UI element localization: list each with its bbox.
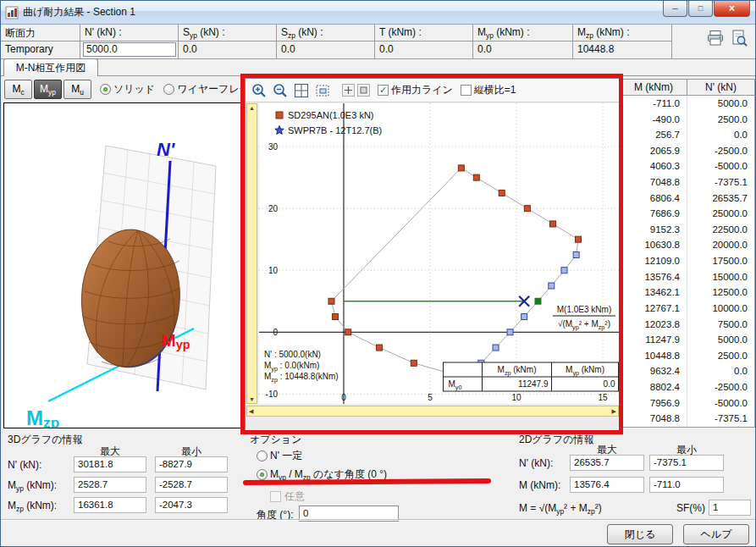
chart-horizontal-scrollbar[interactable]: ◀ ▶: [246, 406, 619, 417]
radio-n-constant-circle: [257, 450, 268, 461]
header-szp: Szp (kN) :: [277, 25, 375, 41]
scroll-up-icon[interactable]: ▲: [249, 105, 255, 111]
zoom-in-button[interactable]: [250, 81, 268, 100]
chart-toolbar: ✓ 作用力ライン 縦横比=1: [246, 79, 619, 102]
radio-solid[interactable]: ソリッド: [100, 82, 155, 97]
2d-info-m-min: -711.0: [649, 477, 724, 493]
series-markers-1: [462, 251, 579, 380]
3d-info-n-min: -8827.9: [155, 456, 228, 472]
n-force-input[interactable]: 5000.0: [83, 42, 176, 57]
maximize-button[interactable]: □: [688, 1, 713, 17]
radio-myp-mzp-angle-circle: [257, 469, 268, 480]
3d-info-myp-label: Myp (kNm):: [8, 479, 57, 491]
interaction-plot[interactable]: -100102030051015SD295AN(1.0E3 kN)SWPR7B …: [259, 103, 619, 404]
table-row: 13576.415000.0: [621, 269, 754, 285]
sf-label: SF(%): [676, 502, 705, 514]
table-cell: 256.7: [621, 127, 687, 143]
print-button[interactable]: [706, 29, 725, 47]
y-tick-label: 10: [268, 266, 279, 275]
close-dialog-button[interactable]: 閉じる: [607, 524, 673, 544]
chart-vertical-scrollbar[interactable]: ▲ ▼: [246, 103, 257, 404]
n-force-cell: 5000.0: [80, 41, 179, 59]
table-cell: -2500.0: [687, 143, 754, 159]
checkbox-arbitrary-label: 任意: [284, 489, 305, 504]
y-tick-label: 0: [273, 328, 278, 337]
chart-info-line: N' : 5000.0(kN): [264, 350, 321, 359]
3d-graph-view[interactable]: N' Myp Mzp: [3, 102, 242, 428]
tab-pane-edge: [1, 75, 755, 76]
table-cell: 12109.0: [621, 253, 687, 269]
table-cell: 15000.0: [687, 269, 754, 285]
mu-button[interactable]: Mu: [63, 80, 91, 99]
table-cell: 12500.0: [687, 285, 754, 301]
mc-button[interactable]: Mc: [4, 80, 32, 99]
formula-m: M = √(Myp² + Mzp²): [519, 502, 602, 514]
table-cell: 11247.9: [621, 332, 687, 348]
2d-info-m-max: 13576.4: [570, 477, 644, 493]
table-cell: 10630.8: [621, 237, 687, 253]
close-button[interactable]: ×: [714, 1, 750, 17]
n-axis-label: N': [157, 139, 175, 160]
2d-info-n-max: 26535.7: [570, 455, 644, 471]
table-cell: 7048.8: [621, 174, 687, 191]
help-button[interactable]: ヘルプ: [683, 524, 749, 544]
header-t: T (kNm) :: [375, 25, 473, 41]
table-row: 7048.8-7375.1: [621, 174, 754, 191]
fit-view-button[interactable]: [292, 81, 311, 100]
radio-n-constant[interactable]: N' 一定: [257, 449, 302, 463]
title-bar[interactable]: 曲げ耐力結果 - Section 1 ─ □ ×: [1, 1, 755, 25]
tab-mn-interaction[interactable]: M-N相互作用図: [3, 58, 98, 76]
y-tick-label: 30: [268, 142, 279, 152]
table-row: 6806.426535.7: [621, 191, 754, 207]
table-cell: 22500.0: [687, 222, 754, 238]
scroll-right-icon[interactable]: ▶: [612, 408, 616, 415]
load-case-label[interactable]: Temporary: [1, 41, 80, 59]
3d-info-myp-min: -2528.7: [155, 477, 228, 493]
pan-tool-button[interactable]: [342, 84, 355, 97]
table-row: 4060.3-5000.0: [621, 158, 754, 174]
szp-value: 0.0: [277, 41, 375, 59]
force-table-value-row: Temporary 5000.0 0.0 0.0 0.0 0.0 10448.8: [1, 41, 755, 58]
minimize-button[interactable]: ─: [663, 1, 687, 17]
chart-info-line: Myp : 0.0(kNm): [264, 361, 319, 373]
table-row: 10448.82500.0: [621, 348, 754, 364]
scroll-left-icon[interactable]: ◀: [249, 408, 253, 415]
2d-info-m-label: M (kNm):: [519, 479, 560, 491]
check-icon: ✓: [379, 86, 387, 95]
results-header-m: M (kNm): [621, 80, 687, 95]
checkbox-aspect-ratio[interactable]: 縦横比=1: [461, 83, 516, 97]
zoom-out-button[interactable]: [271, 81, 290, 100]
header-n: N' (kN) :: [80, 25, 179, 41]
checkbox-arbitrary[interactable]: 任意: [270, 489, 305, 504]
zoom-region-button[interactable]: [313, 81, 332, 100]
interaction-chart-svg[interactable]: -100102030051015SD295AN(1.0E3 kN)SWPR7B …: [259, 103, 619, 404]
x-axis-label: M(1.0E3 kNm)√(Myp² + Mzp²): [553, 305, 615, 331]
table-row: 256.70.0: [621, 127, 754, 143]
maximize-icon: □: [698, 4, 703, 13]
table-row: 9152.322500.0: [621, 222, 754, 238]
chart-info-line: Mzp : 10448.8(kNm): [264, 372, 339, 384]
checkbox-action-line[interactable]: ✓ 作用力ライン: [378, 83, 453, 97]
table-cell: 12767.1: [621, 301, 687, 317]
y-tick-label: -10: [266, 390, 279, 399]
table-row: 7686.925000.0: [621, 206, 754, 222]
app-icon-bar: [11, 10, 14, 17]
minimize-icon: ─: [672, 4, 677, 13]
table-row: 8802.4-2500.0: [621, 379, 754, 395]
results-table: M (kNm) N' (kN) -711.05000.0-490.02500.0…: [620, 79, 755, 428]
myp-button[interactable]: Myp: [34, 80, 62, 99]
table-row: 12023.87500.0: [621, 317, 754, 333]
mzp-axis-label: Mzp: [26, 406, 59, 428]
x-tick-label: 5: [428, 393, 433, 402]
2d-info-n-label: N' (kN):: [519, 457, 553, 469]
radio-myp-mzp-angle-label: Myp / Mzp のなす角度 (0 °): [270, 467, 387, 482]
header-myp: Myp (kNm) :: [473, 25, 573, 41]
table-row: 11247.95000.0: [621, 332, 754, 348]
svg-text:11247.9: 11247.9: [518, 379, 549, 389]
scroll-down-icon[interactable]: ▼: [249, 396, 255, 402]
print-preview-button[interactable]: [730, 29, 748, 47]
select-tool-button[interactable]: [357, 84, 370, 97]
radio-myp-mzp-angle[interactable]: Myp / Mzp のなす角度 (0 °): [257, 467, 387, 482]
table-cell: 7686.9: [621, 206, 687, 222]
table-row: 9632.40.0: [621, 363, 754, 379]
